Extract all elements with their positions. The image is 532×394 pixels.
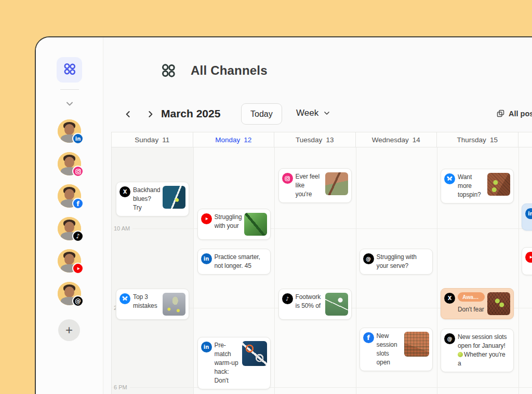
- bluesky-icon: [119, 293, 130, 304]
- day-name: Tuesday: [296, 136, 322, 144]
- grid-line: [356, 147, 356, 394]
- post-text: Backhand blues? Try: [133, 186, 160, 212]
- day-date: 12: [244, 136, 251, 144]
- grid-line: [193, 147, 194, 394]
- channel-avatar-threads[interactable]: @: [58, 282, 81, 305]
- chevron-down-icon: [323, 109, 331, 117]
- post-text-line: New session slots open for January!: [458, 333, 507, 349]
- post-card[interactable]: [522, 247, 532, 275]
- post-thumbnail: [487, 173, 510, 196]
- post-card-awaiting-approval[interactable]: X Awaiti... Don't fear: [441, 288, 514, 319]
- today-button[interactable]: Today: [241, 103, 282, 125]
- post-card[interactable]: @ Struggling with your serve?: [360, 249, 433, 275]
- post-text: Pre-match warm-up hack: Don't: [215, 341, 240, 385]
- collapse-chevron-icon[interactable]: [64, 99, 75, 109]
- channel-avatar-tiktok[interactable]: ♪: [58, 217, 81, 240]
- day-header-sunday: Sunday 11: [112, 132, 193, 147]
- post-card[interactable]: Struggling with your: [197, 209, 271, 240]
- post-card[interactable]: Top 3 mistakes: [116, 289, 189, 320]
- channel-sidebar: in f ♪ @ +: [36, 37, 103, 394]
- linkedin-icon: in: [72, 133, 84, 144]
- plus-icon: +: [65, 323, 73, 337]
- post-text: New session slots open: [377, 332, 402, 367]
- day-header-row: Sunday 11 Monday 12 Tuesday 13 Wednesday…: [112, 132, 532, 147]
- next-week-button[interactable]: [145, 109, 155, 119]
- tennis-ball-icon: [458, 352, 463, 357]
- view-dropdown-label: Week: [296, 108, 318, 118]
- linkedin-icon: in: [525, 208, 532, 219]
- tiktok-icon: ♪: [282, 293, 293, 304]
- x-icon: X: [119, 186, 130, 197]
- sidebar-divider: [60, 89, 79, 90]
- grid-line: [274, 147, 275, 394]
- post-card[interactable]: Ever feel like you're: [278, 168, 352, 203]
- all-channels-icon: [161, 63, 176, 80]
- day-header-wednesday: Wednesday 14: [356, 132, 437, 147]
- day-date: 13: [326, 136, 334, 144]
- day-date: 14: [413, 136, 420, 144]
- view-dropdown[interactable]: Week: [296, 108, 331, 118]
- threads-icon: @: [363, 253, 374, 264]
- day-name: Thursday: [457, 136, 486, 144]
- stack-icon: [496, 109, 505, 118]
- post-card[interactable]: f New session slots open: [360, 328, 433, 371]
- post-card[interactable]: in: [522, 203, 532, 230]
- grid-line: [112, 387, 532, 388]
- post-card[interactable]: Want more topspin?: [441, 169, 514, 203]
- post-text: Struggling with your: [215, 213, 242, 230]
- post-thumbnail: [244, 213, 267, 236]
- day-header-tuesday: Tuesday 13: [274, 132, 356, 147]
- linkedin-icon: in: [201, 253, 212, 264]
- channels-grid-icon: [63, 62, 76, 78]
- channel-avatar-linkedin[interactable]: in: [58, 119, 81, 143]
- time-label: 10 AM: [113, 225, 132, 232]
- post-text: New session slots open for January! Whet…: [458, 333, 510, 368]
- day-name: Monday: [215, 136, 240, 144]
- app-window: in f ♪ @ +: [35, 36, 532, 394]
- grid-line: [518, 147, 519, 394]
- post-thumbnail: [404, 332, 429, 357]
- post-thumbnail: [325, 293, 348, 316]
- week-calendar: Sunday 11 Monday 12 Tuesday 13 Wednesday…: [111, 132, 532, 394]
- post-text: Struggling with your serve?: [377, 253, 429, 270]
- post-text: Ever feel like you're: [296, 172, 323, 199]
- channel-avatar-instagram[interactable]: [58, 152, 81, 175]
- add-channel-button[interactable]: +: [58, 319, 80, 341]
- post-text: Awaiti... Don't fear: [458, 292, 485, 314]
- post-card[interactable]: in Practice smarter, not longer. 45: [197, 249, 271, 275]
- all-posts-label: All pos: [509, 110, 532, 118]
- post-card[interactable]: ♪ Footwork is 50% of: [278, 289, 352, 320]
- channel-avatar-youtube[interactable]: [58, 249, 81, 273]
- youtube-icon: [201, 213, 212, 224]
- post-thumbnail: [163, 186, 185, 209]
- all-posts-button[interactable]: All pos: [496, 109, 532, 118]
- day-name: Wednesday: [372, 136, 409, 144]
- post-card[interactable]: X Backhand blues? Try: [116, 182, 189, 216]
- post-card[interactable]: in Pre-match warm-up hack: Don't: [197, 337, 271, 389]
- post-card[interactable]: @ New session slots open for January! Wh…: [441, 329, 514, 372]
- threads-icon: @: [444, 333, 455, 344]
- page-title: All Channels: [191, 63, 268, 78]
- previous-week-button[interactable]: [123, 109, 134, 119]
- linkedin-icon: in: [201, 342, 212, 352]
- day-header-friday: [518, 132, 532, 147]
- month-label: March 2025: [161, 107, 220, 120]
- post-thumbnail: [242, 341, 267, 366]
- tiktok-icon: ♪: [72, 230, 84, 242]
- facebook-icon: f: [72, 198, 84, 209]
- day-header-monday: Monday 12: [193, 132, 275, 147]
- bluesky-icon: [444, 173, 455, 184]
- all-channels-button[interactable]: [57, 57, 82, 83]
- channel-avatar-facebook[interactable]: f: [58, 184, 81, 208]
- post-thumbnail: [325, 172, 348, 195]
- calendar-toolbar: March 2025 Today Week All pos: [103, 103, 532, 126]
- post-text-line: Don't fear: [458, 306, 484, 313]
- youtube-icon: [525, 252, 532, 263]
- day-date: 15: [490, 136, 498, 144]
- page: { "header": { "title": "All Channels" },…: [0, 0, 532, 394]
- grid-line: [437, 147, 437, 394]
- facebook-icon: f: [363, 332, 374, 343]
- instagram-icon: [72, 166, 84, 177]
- time-label: 6 PM: [113, 384, 130, 391]
- instagram-icon: [282, 173, 293, 184]
